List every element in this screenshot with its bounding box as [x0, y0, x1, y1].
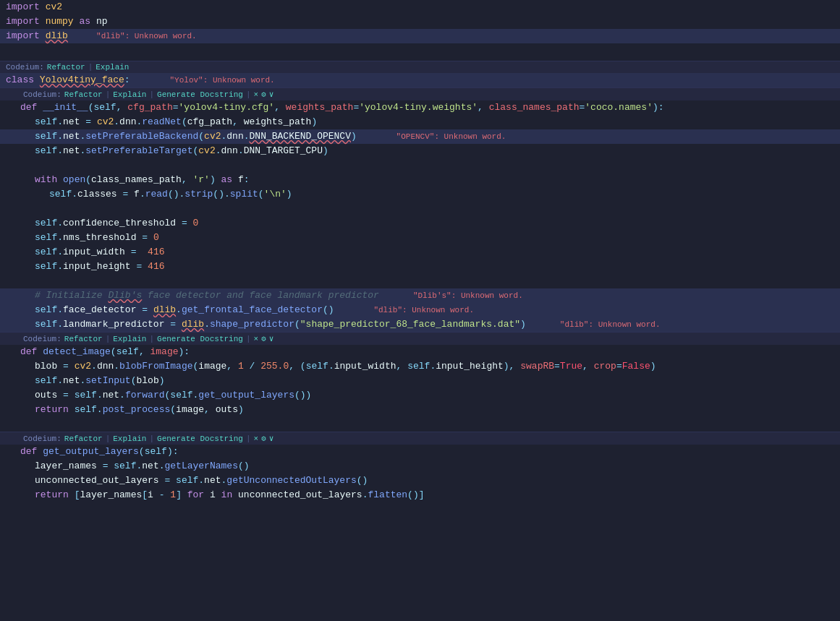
- codeium-explain-1[interactable]: Explain: [96, 63, 129, 72]
- codeium-explain-4[interactable]: Explain: [113, 434, 146, 443]
- code-line-width: self.input_width = 416: [0, 245, 840, 260]
- code-line-3: import dlib "dlib": Unknown word.: [0, 29, 840, 43]
- codeium-bar-2[interactable]: Codeium: Refactor | Explain | Generate D…: [0, 87, 840, 100]
- code-line-blank3: [0, 274, 840, 288]
- code-line-2: import numpy as np: [0, 14, 840, 29]
- code-line-1: import cv2: [0, 0, 840, 14]
- codeium-label-2: Codeium:: [23, 90, 61, 99]
- codeium-label-3: Codeium:: [23, 335, 61, 343]
- codeium-expand-3[interactable]: ∨: [269, 334, 274, 343]
- code-line-setinput: self.net.setInput(blob): [0, 374, 840, 388]
- code-line-facedet: self.face_detector = dlib.get_frontal_fa…: [0, 303, 840, 317]
- codeium-label-1: Codeium:: [6, 63, 44, 72]
- code-line-outs: outs = self.net.forward(self.get_output_…: [0, 388, 840, 403]
- code-line-readnet: self.net = cv2.dnn.readNet(cfg_path, wei…: [0, 115, 840, 129]
- codeium-label-4: Codeium:: [23, 434, 61, 443]
- codeium-refactor-2[interactable]: Refactor: [64, 90, 103, 99]
- code-line-classes: self.classes = f.read().strip().split('\…: [0, 187, 840, 202]
- tooltip-dlib3: "dlib": Unknown word.: [560, 317, 661, 332]
- code-line-return1: return self.post_process(image, outs): [0, 403, 840, 417]
- code-line-init: def __init__(self, cfg_path='yolov4-tiny…: [0, 100, 840, 115]
- codeium-gendoc-4[interactable]: Generate Docstring: [157, 434, 243, 443]
- code-line-blank2: [0, 202, 840, 216]
- codeium-bar-4[interactable]: Codeium: Refactor | Explain | Generate D…: [0, 432, 840, 445]
- code-line-comment: # Initialize Dlib's face detector and fa…: [0, 288, 840, 303]
- code-line-target: self.net.setPreferableTarget(cv2.dnn.DNN…: [0, 144, 840, 158]
- code-line-backend: self.net.setPreferableBackend(cv2.dnn.DN…: [0, 129, 840, 144]
- codeium-bar-3[interactable]: Codeium: Refactor | Explain | Generate D…: [0, 332, 840, 345]
- tooltip-dlibs: "Dlib's": Unknown word.: [413, 288, 523, 303]
- codeium-refactor-3[interactable]: Refactor: [64, 335, 103, 343]
- code-line-layernames: layer_names = self.net.getLayerNames(): [0, 459, 840, 474]
- codeium-icon-2: ⚙: [261, 90, 266, 99]
- codeium-icon-4: ⚙: [261, 434, 266, 443]
- codeium-close-4[interactable]: ×: [254, 434, 259, 443]
- tooltip-dlib2: "dlib": Unknown word.: [373, 303, 474, 317]
- tooltip-yolov: "Yolov": Unknown word.: [169, 73, 274, 87]
- codeium-refactor-4[interactable]: Refactor: [64, 434, 103, 443]
- code-line-return2: return [layer_names[i - 1] for i in unco…: [0, 488, 840, 502]
- code-line-blank4: [0, 417, 840, 432]
- section-gap-1: [0, 43, 840, 61]
- codeium-expand-4[interactable]: ∨: [269, 434, 274, 443]
- codeium-gendoc-2[interactable]: Generate Docstring: [157, 90, 243, 99]
- code-line-landmark: self.landmark_predictor = dlib.shape_pre…: [0, 317, 840, 332]
- tooltip-dlib: "dlib": Unknown word.: [96, 29, 197, 43]
- codeium-expand-2[interactable]: ∨: [269, 90, 274, 99]
- codeium-close-3[interactable]: ×: [254, 335, 259, 343]
- code-line-height: self.input_height = 416: [0, 260, 840, 274]
- codeium-close-2[interactable]: ×: [254, 90, 259, 99]
- code-line-getoutput: def get_output_layers(self):: [0, 445, 840, 459]
- code-line-blank1: [0, 158, 840, 173]
- codeium-gendoc-3[interactable]: Generate Docstring: [157, 335, 243, 343]
- codeium-bar-1[interactable]: Codeium: Refactor | Explain: [0, 61, 840, 73]
- code-line-unconnected: unconnected_out_layers = self.net.getUnc…: [0, 474, 840, 488]
- code-line-blob: blob = cv2.dnn.blobFromImage(image, 1 / …: [0, 359, 840, 374]
- code-line-detect: def detect_image(self, image):: [0, 345, 840, 359]
- codeium-explain-2[interactable]: Explain: [113, 90, 146, 99]
- codeium-explain-3[interactable]: Explain: [113, 335, 146, 343]
- tooltip-opencv: "OPENCV": Unknown word.: [396, 129, 506, 144]
- code-line-with: with open(class_names_path, 'r') as f:: [0, 173, 840, 187]
- code-line-conf: self.confidence_threshold = 0: [0, 216, 840, 231]
- code-line-class: class Yolov4tiny_face: "Yolov": Unknown …: [0, 73, 840, 87]
- codeium-icon-3: ⚙: [261, 334, 266, 343]
- codeium-refactor-1[interactable]: Refactor: [47, 63, 85, 72]
- code-line-nms: self.nms_threshold = 0: [0, 231, 840, 245]
- code-editor[interactable]: import cv2 import numpy as np import dli…: [0, 0, 840, 621]
